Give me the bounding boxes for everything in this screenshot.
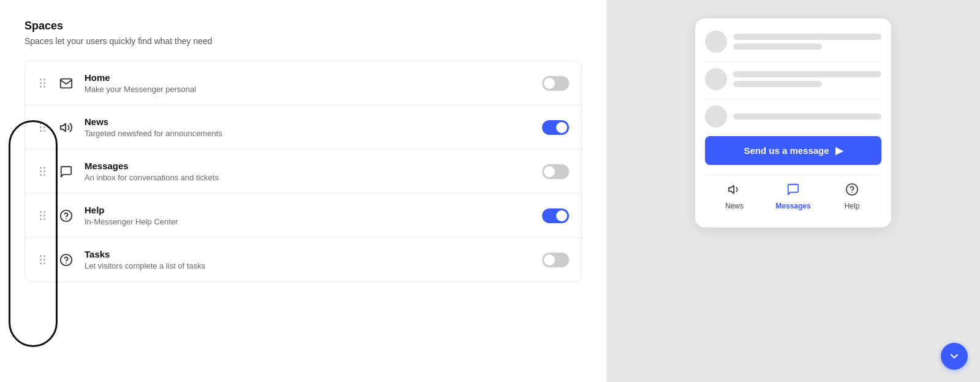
- messenger-body: Send us a message ▶ News: [695, 18, 891, 227]
- space-item-help: Help In-Messenger Help Center: [25, 194, 581, 238]
- news-name: News: [85, 117, 533, 127]
- page-title: Spaces: [24, 20, 582, 32]
- skeleton-line-3: [733, 113, 881, 120]
- skeleton-line-2: [733, 71, 881, 77]
- home-toggle[interactable]: [542, 76, 569, 91]
- skeleton-line: [733, 34, 881, 40]
- drag-handle-messages[interactable]: [37, 164, 48, 178]
- space-item-home: Home Make your Messenger personal: [25, 61, 581, 105]
- messages-icon: [56, 162, 76, 181]
- svg-marker-5: [729, 186, 734, 194]
- nav-news-icon: [728, 183, 741, 199]
- space-list: Home Make your Messenger personal: [24, 61, 582, 282]
- messages-name: Messages: [85, 161, 533, 171]
- skeleton-avatar-1: [705, 31, 727, 53]
- chevron-down-icon: [948, 350, 960, 362]
- space-item-news: News Targeted newsfeed for announcements: [25, 105, 581, 150]
- send-message-label: Send us a message: [744, 145, 829, 156]
- home-name: Home: [85, 72, 533, 83]
- home-info: Home Make your Messenger personal: [85, 72, 533, 94]
- tasks-name: Tasks: [85, 249, 533, 259]
- skeleton-row-1: [705, 31, 881, 53]
- home-desc: Make your Messenger personal: [85, 85, 533, 94]
- drag-handle-help[interactable]: [37, 208, 48, 223]
- nav-messages-icon: [786, 183, 800, 199]
- tasks-toggle[interactable]: [542, 253, 569, 267]
- nav-item-messages[interactable]: Messages: [764, 183, 823, 210]
- nav-news-label: News: [725, 202, 744, 210]
- skeleton-lines-2: [733, 71, 881, 87]
- tasks-info: Tasks Let visitors complete a list of ta…: [85, 249, 533, 270]
- svg-marker-0: [61, 123, 66, 131]
- skeleton-line-short-2: [733, 81, 822, 87]
- drag-handle-tasks[interactable]: [37, 253, 48, 267]
- skeleton-divider-1: [705, 61, 881, 62]
- tasks-desc: Let visitors complete a list of tasks: [85, 261, 533, 270]
- help-desc: In-Messenger Help Center: [85, 217, 533, 226]
- messenger-nav: News Messages: [705, 175, 881, 215]
- skeleton-lines-3: [733, 113, 881, 120]
- skeleton-divider-2: [705, 99, 881, 99]
- skeleton-avatar-2: [705, 68, 727, 90]
- messages-toggle[interactable]: [542, 164, 569, 179]
- news-info: News Targeted newsfeed for announcements: [85, 117, 533, 138]
- home-icon: [56, 74, 76, 93]
- tasks-icon: [56, 250, 76, 270]
- help-name: Help: [85, 205, 533, 215]
- news-toggle[interactable]: [542, 120, 569, 135]
- drag-handle-news[interactable]: [37, 120, 48, 134]
- news-desc: Targeted newsfeed for announcements: [85, 129, 533, 138]
- messages-info: Messages An inbox for conversations and …: [85, 161, 533, 182]
- chevron-button[interactable]: [941, 343, 968, 370]
- left-panel: Spaces Spaces let your users quickly fin…: [0, 0, 606, 382]
- space-item-tasks: Tasks Let visitors complete a list of ta…: [25, 238, 581, 281]
- nav-help-icon: [845, 183, 859, 199]
- right-panel: Send us a message ▶ News: [606, 0, 980, 382]
- skeleton-avatar-3: [705, 105, 727, 128]
- skeleton-line-short: [733, 44, 822, 50]
- space-item-messages: Messages An inbox for conversations and …: [25, 150, 581, 194]
- news-icon: [56, 118, 76, 137]
- nav-messages-label: Messages: [775, 202, 810, 210]
- nav-item-news[interactable]: News: [705, 183, 764, 210]
- nav-item-help[interactable]: Help: [823, 183, 881, 210]
- messages-desc: An inbox for conversations and tickets: [85, 173, 533, 182]
- send-message-button[interactable]: Send us a message ▶: [705, 136, 881, 165]
- help-info: Help In-Messenger Help Center: [85, 205, 533, 226]
- send-arrow-icon: ▶: [835, 145, 843, 156]
- help-toggle[interactable]: [542, 208, 569, 223]
- drag-handle-home[interactable]: [37, 76, 48, 90]
- page-subtitle: Spaces let your users quickly find what …: [24, 36, 582, 46]
- skeleton-lines-1: [733, 34, 881, 50]
- help-icon: [56, 206, 76, 226]
- skeleton-row-3: [705, 105, 881, 128]
- messenger-widget: Send us a message ▶ News: [695, 18, 891, 227]
- nav-help-label: Help: [845, 202, 860, 210]
- skeleton-row-2: [705, 68, 881, 90]
